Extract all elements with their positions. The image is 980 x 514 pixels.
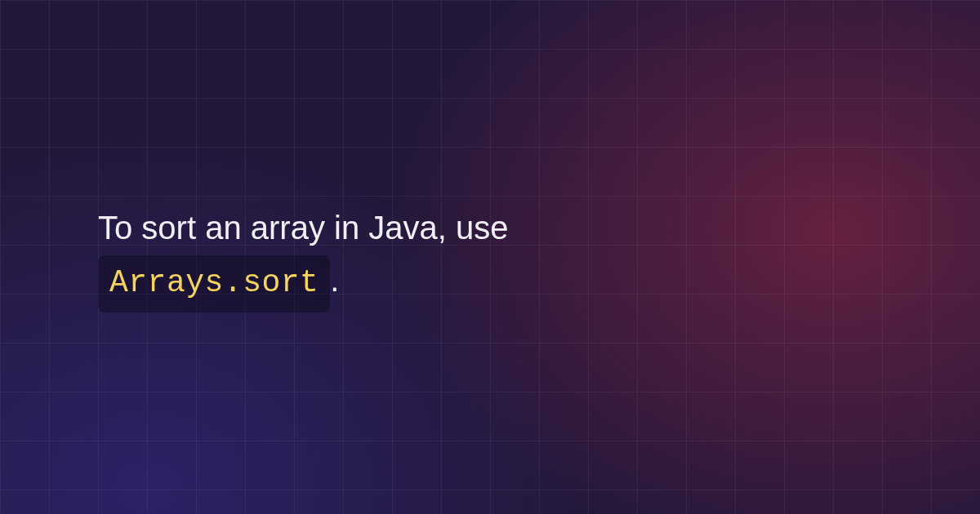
content-block: To sort an array in Java, use Arrays.sor… [0, 0, 980, 514]
sentence: To sort an array in Java, use [98, 202, 882, 254]
code-snippet: Arrays.sort [98, 255, 330, 313]
sentence-text-after: . [330, 262, 339, 298]
sentence-line-2: Arrays.sort. [98, 254, 882, 313]
sentence-text-before: To sort an array in Java, use [98, 210, 508, 246]
